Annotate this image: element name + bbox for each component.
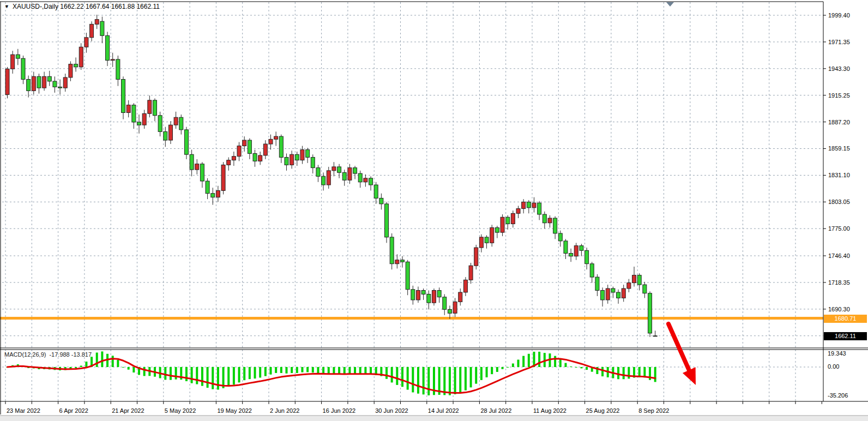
- bear-candle: [322, 176, 326, 185]
- macd-histogram-bar: [575, 367, 577, 368]
- macd-histogram-bar: [128, 367, 130, 370]
- macd-histogram-bar: [306, 367, 309, 372]
- macd-histogram-bar: [301, 367, 303, 372]
- chart-canvas[interactable]: 1999.401971.351943.301915.251887.201859.…: [0, 0, 868, 421]
- bull-candle: [300, 150, 304, 160]
- macd-histogram-bar: [227, 367, 230, 387]
- bear-candle: [495, 227, 499, 232]
- macd-histogram-bar: [101, 351, 103, 367]
- macd-histogram-bar: [280, 367, 282, 373]
- triangle-down-icon[interactable]: ▼: [4, 4, 9, 9]
- bull-candle: [111, 59, 114, 61]
- macd-histogram-bar: [233, 367, 235, 384]
- macd-histogram-bar: [502, 367, 504, 369]
- macd-histogram-bar: [333, 367, 335, 374]
- bear-candle: [564, 241, 568, 254]
- date-axis-label: 5 May 2022: [165, 407, 196, 414]
- macd-histogram-bar: [570, 366, 572, 367]
- date-axis-label: 8 Sep 2022: [638, 407, 669, 414]
- price-axis-label: 1831.10: [828, 172, 850, 178]
- bear-candle: [74, 64, 78, 67]
- bull-candle: [11, 55, 15, 69]
- bull-candle: [216, 190, 220, 197]
- price-axis-label: 1690.30: [828, 306, 850, 312]
- date-axis-label: 14 Jul 2022: [428, 407, 459, 414]
- bull-candle: [463, 280, 467, 292]
- bear-candle: [132, 105, 136, 122]
- bull-candle: [69, 64, 73, 77]
- bull-candle: [479, 237, 483, 248]
- macd-histogram-bar: [80, 366, 82, 367]
- macd-histogram-bar: [338, 367, 340, 374]
- bear-candle: [617, 292, 620, 298]
- ohlc-readout: 1662.22 1667.64 1661.88 1662.11: [60, 3, 160, 10]
- price-axis-label: 1803.05: [828, 199, 850, 205]
- price-axis-label: 1775.00: [828, 225, 850, 232]
- bear-candle: [21, 58, 25, 79]
- bull-candle: [632, 275, 636, 283]
- macd-histogram-bar: [465, 367, 467, 390]
- bear-candle: [601, 291, 605, 300]
- bull-candle: [227, 160, 231, 165]
- bull-candle: [511, 213, 515, 224]
- bull-candle: [453, 302, 457, 313]
- bear-candle: [100, 21, 104, 35]
- macd-histogram-bar: [475, 367, 477, 384]
- macd-histogram-bar: [207, 367, 209, 388]
- bear-candle: [137, 122, 141, 125]
- bear-candle: [53, 81, 57, 87]
- bull-candle: [364, 178, 367, 182]
- macd-histogram-bar: [528, 354, 530, 367]
- macd-signal-line: [8, 359, 655, 393]
- bear-candle: [527, 202, 531, 207]
- bear-candle: [580, 246, 583, 251]
- bull-candle: [32, 76, 35, 91]
- bull-candle: [290, 154, 294, 165]
- bear-candle: [106, 35, 110, 60]
- bear-candle: [611, 288, 615, 292]
- bull-candle: [574, 246, 578, 256]
- bear-candle: [485, 237, 489, 243]
- bear-candle: [358, 173, 362, 182]
- price-axis-label: 1887.20: [828, 119, 850, 125]
- macd-histogram-bar: [628, 367, 630, 378]
- macd-histogram-bar: [391, 367, 393, 382]
- macd-histogram-bar: [623, 367, 625, 379]
- macd-indicator-label: MACD(12,26,9)-17.988 -13.817: [4, 351, 95, 358]
- bear-candle: [153, 100, 156, 116]
- date-axis-label: 2 Jun 2022: [270, 407, 299, 414]
- bull-candle: [622, 288, 625, 298]
- macd-histogram-bar: [454, 367, 456, 394]
- macd-histogram-bar: [238, 367, 240, 382]
- bear-candle: [27, 79, 31, 91]
- macd-histogram-bar: [412, 367, 414, 392]
- bull-candle: [85, 38, 88, 47]
- bear-candle: [16, 55, 20, 58]
- macd-histogram-bar: [275, 367, 277, 373]
- bear-candle: [116, 59, 120, 80]
- macd-histogram-bar: [317, 367, 319, 374]
- macd-histogram-bar: [164, 367, 166, 380]
- macd-histogram-bar: [427, 367, 430, 395]
- bear-candle: [569, 254, 573, 256]
- macd-histogram-bar: [407, 367, 409, 390]
- macd-histogram-bar: [491, 367, 493, 374]
- macd-histogram-bar: [217, 367, 219, 390]
- down-arrow-annotation: [668, 324, 689, 370]
- bull-candle: [243, 140, 246, 146]
- bear-candle: [542, 214, 546, 223]
- macd-histogram-bar: [364, 367, 366, 374]
- bear-candle: [385, 204, 389, 237]
- macd-histogram-bar: [285, 367, 287, 374]
- bear-candle: [47, 76, 51, 81]
- macd-histogram-bar: [264, 367, 267, 376]
- bull-candle: [274, 136, 278, 139]
- bear-candle: [295, 154, 299, 160]
- bull-candle: [606, 288, 610, 300]
- bear-candle: [200, 164, 204, 181]
- bull-candle: [474, 248, 478, 266]
- status-strip: [0, 416, 868, 421]
- bear-candle: [637, 275, 641, 285]
- macd-histogram-bar: [370, 367, 372, 374]
- date-axis-label: 21 Apr 2022: [112, 407, 144, 414]
